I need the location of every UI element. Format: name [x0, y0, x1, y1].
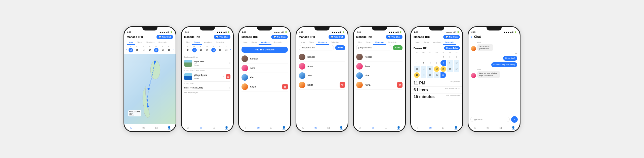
map-area[interactable]: New Zealand 29 to239 mi — [124, 54, 176, 124]
tab-map-3[interactable]: Map — [242, 40, 250, 45]
change-dates-button[interactable]: Change Dates — [444, 46, 460, 50]
nav-person-icon-3[interactable]: 👤 — [282, 126, 286, 130]
drive-divider-2: 1 hour drive — [184, 82, 230, 85]
trip-chat-button-6[interactable]: 💬 Trip Chat — [443, 35, 460, 39]
back-button[interactable]: ‹ — [471, 35, 472, 39]
member-kendall-5: Kendall — [356, 52, 403, 62]
tab-stops-4[interactable]: Stops — [307, 40, 316, 45]
nav-home-icon-7[interactable]: ⌂ — [473, 126, 477, 130]
drag-icon-2[interactable]: ≡ — [223, 75, 224, 78]
nav-home-icon[interactable]: ⌂ — [129, 126, 133, 130]
nav-bookmark-icon-7[interactable]: ⊡ — [499, 126, 503, 130]
page-title-4: Manage Trip — [299, 35, 315, 38]
drag-icon-3[interactable]: ≡ — [229, 86, 230, 89]
msg-avatar-anna-chat — [471, 73, 476, 78]
cal-next-2[interactable]: › — [230, 48, 231, 51]
bottom-nav-4: ⌂ ✉ ⊡ 👤 — [296, 124, 348, 131]
stop-info-hotel: Hotel (Te Anau, NZ) — [184, 87, 227, 89]
member-alex-4: Alex — [299, 71, 345, 80]
tab-map-2[interactable]: Map — [184, 40, 192, 45]
drag-icon[interactable]: ≡ — [229, 62, 230, 65]
cal-next[interactable]: › — [173, 48, 174, 51]
nav-person-icon-5[interactable]: 👤 — [397, 126, 401, 130]
nav-home-icon-2[interactable]: ⌂ — [186, 126, 190, 130]
tab-schedule-6[interactable]: Schedule — [443, 40, 456, 45]
member-name-anna-5: Anna — [365, 65, 403, 68]
cal-prev-2[interactable]: ‹ — [184, 48, 184, 51]
nav-map-icon-4[interactable]: ✉ — [314, 126, 318, 130]
nav-map-icon[interactable]: ✉ — [142, 126, 146, 130]
nav-bookmark-icon-5[interactable]: ⊡ — [384, 126, 388, 130]
trip-chat-button-2[interactable]: 💬 Trip Chat — [214, 35, 230, 39]
nav-map-icon-3[interactable]: ✉ — [256, 126, 260, 130]
tab-members-2[interactable]: Members — [202, 40, 214, 45]
battery-icon-7: 🔋 — [514, 31, 517, 33]
chat-title: Chat — [474, 35, 481, 39]
delete-kayla-button[interactable]: 🗑 — [282, 84, 288, 89]
phone-map: 2:05 ▲▲▲ wifi 🔋 Manage Trip 💬 Trip Chat … — [124, 26, 176, 132]
nav-map-icon-2[interactable]: ✉ — [199, 126, 203, 130]
tab-members-4[interactable]: Members — [316, 40, 329, 45]
nav-person-icon-4[interactable]: 👤 — [339, 126, 343, 130]
msg-row-anna: Anna What are your all's top stops on th… — [471, 69, 517, 78]
chat-bubble-icon-6: 💬 — [446, 36, 448, 38]
tab-schedule-2[interactable]: Schedule — [214, 40, 226, 45]
tab-members-6[interactable]: Members — [431, 40, 443, 45]
trip-chat-button-5[interactable]: 💬 Trip Chat — [386, 35, 403, 39]
nav-person-icon-6[interactable]: 👤 — [454, 126, 458, 130]
tab-stops-2[interactable]: Stops — [192, 40, 202, 45]
tab-members-3[interactable]: Members — [259, 40, 271, 45]
nav-map-icon-6[interactable]: ✉ — [428, 126, 432, 130]
tab-map-6[interactable]: Map — [414, 40, 422, 45]
battery-icon-5: 🔋 — [399, 31, 402, 33]
tab-schedule[interactable]: Schedule — [156, 40, 169, 45]
tab-members-5[interactable]: Members — [373, 40, 386, 45]
signal-icon-6: ▲▲▲ — [446, 31, 452, 33]
delete-kayla-button-4[interactable]: 🗑 — [340, 82, 345, 88]
nav-map-icon-7[interactable]: ✉ — [486, 126, 490, 130]
wifi-icon-6: wifi — [453, 31, 456, 33]
tab-stops-3[interactable]: Stops — [250, 40, 259, 45]
tab-schedule-4[interactable]: Schedule — [329, 40, 341, 45]
tab-map[interactable]: Map — [127, 40, 135, 45]
nav-bookmark-icon-6[interactable]: ⊡ — [441, 126, 445, 130]
cal-prev[interactable]: ‹ — [126, 48, 127, 51]
invite-button[interactable]: Invite — [335, 45, 345, 50]
nav-bookmark-icon-4[interactable]: ⊡ — [327, 126, 331, 130]
nav-bookmark-icon[interactable]: ⊡ — [154, 126, 158, 130]
phone-number-input[interactable] — [299, 45, 334, 50]
bottom-nav: ⌂ ✉ ⊡ 👤 — [124, 124, 176, 131]
chat-input[interactable] — [470, 117, 510, 122]
tab-schedule-3[interactable]: Schedule — [271, 40, 284, 45]
tab-stops[interactable]: Stops — [135, 40, 144, 45]
nav-home-icon-4[interactable]: ⌂ — [301, 126, 305, 130]
delete-milford-button[interactable]: 🗑 — [226, 74, 230, 79]
tab-map-4[interactable]: Map — [299, 40, 307, 45]
delete-kayla-button-5[interactable]: 🗑 — [397, 82, 403, 88]
nav-home-icon-5[interactable]: ⌂ — [358, 126, 362, 130]
nav-map-icon-5[interactable]: ✉ — [371, 126, 375, 130]
nav-home-icon-3[interactable]: ⌂ — [244, 126, 248, 130]
tab-schedule-5[interactable]: Schedule — [386, 40, 398, 45]
trip-chat-button-3[interactable]: 💬 Trip Chat — [271, 35, 288, 39]
nav-home-icon-6[interactable]: ⌂ — [416, 126, 420, 130]
tab-stops-6[interactable]: Stops — [422, 40, 431, 45]
nav-person-icon-7[interactable]: 👤 — [511, 126, 515, 130]
tab-map-5[interactable]: Map — [356, 40, 364, 45]
cal-day-17: We 17 — [147, 46, 153, 53]
phone-number-input-sent[interactable] — [356, 45, 391, 50]
cal-day-20: Sa 20 — [166, 46, 172, 53]
nav-person-icon[interactable]: 👤 — [167, 126, 171, 130]
tab-members[interactable]: Members — [144, 40, 156, 45]
add-trip-members-button[interactable]: Add Trip Members — [242, 47, 288, 53]
nav-bookmark-icon-3[interactable]: ⊡ — [269, 126, 273, 130]
trip-chat-button[interactable]: 💬 Trip Chat — [156, 35, 173, 39]
tab-stops-5[interactable]: Stops — [364, 40, 373, 45]
stat-bedtime-label: Daily Bedtime — [451, 81, 460, 85]
nav-bookmark-icon-2[interactable]: ⊡ — [212, 126, 216, 130]
trip-chat-button-4[interactable]: 💬 Trip Chat — [329, 35, 345, 39]
send-button[interactable]: › — [511, 116, 518, 123]
nav-person-icon-2[interactable]: 👤 — [225, 126, 229, 130]
member-kendall: Kendall — [242, 54, 288, 64]
phone-content-6: Manage Trip 💬 Trip Chat Map Stops Member… — [411, 33, 462, 124]
